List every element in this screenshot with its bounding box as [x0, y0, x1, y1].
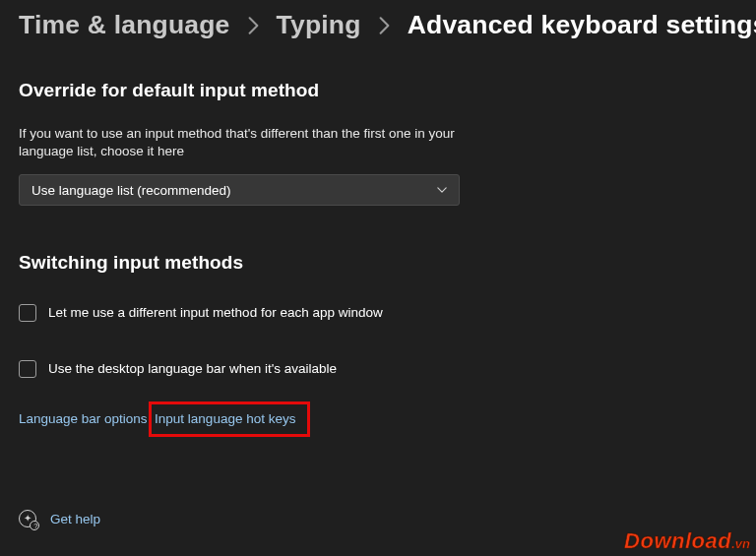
breadcrumb-time-language[interactable]: Time & language	[19, 10, 230, 40]
highlight-box: Input language hot keys	[149, 402, 310, 437]
breadcrumb-typing[interactable]: Typing	[277, 10, 361, 40]
chevron-right-icon	[379, 17, 390, 34]
chevron-right-icon	[248, 17, 259, 34]
option-per-app-window-label: Let me use a different input method for …	[48, 305, 383, 320]
watermark-suffix: .vn	[731, 536, 750, 551]
watermark-text: Download	[624, 528, 731, 553]
option-desktop-language-bar: Use the desktop language bar when it's a…	[19, 359, 737, 378]
option-per-app-window: Let me use a different input method for …	[19, 303, 737, 322]
breadcrumb: Time & language Typing Advanced keyboard…	[19, 10, 737, 40]
input-method-dropdown[interactable]: Use language list (recommended)	[19, 174, 460, 206]
override-section-title: Override for default input method	[19, 80, 737, 101]
option-desktop-language-bar-label: Use the desktop language bar when it's a…	[48, 361, 337, 376]
get-help-row: ✦ ? Get help	[19, 510, 100, 527]
switching-section-title: Switching input methods	[19, 252, 737, 274]
watermark: Download.vn	[624, 528, 750, 554]
checkbox-desktop-language-bar[interactable]	[19, 360, 36, 378]
chevron-down-icon	[437, 187, 447, 193]
help-icon: ✦ ?	[19, 510, 36, 527]
get-help-link[interactable]: Get help	[50, 512, 100, 526]
language-bar-options-link[interactable]: Language bar options	[19, 411, 148, 426]
input-language-hotkeys-link[interactable]: Input language hot keys	[152, 411, 295, 426]
input-method-dropdown-value: Use language list (recommended)	[32, 183, 231, 198]
override-description: If you want to use an input method that'…	[19, 125, 472, 160]
checkbox-per-app-window[interactable]	[19, 304, 36, 322]
breadcrumb-current: Advanced keyboard settings	[408, 10, 756, 40]
